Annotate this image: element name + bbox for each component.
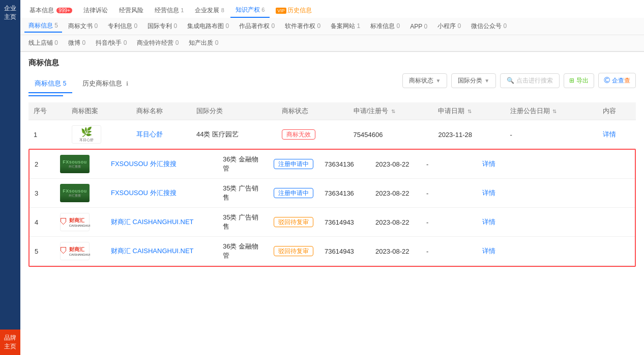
cell-appdate: 2023-11-28 bbox=[433, 120, 505, 149]
sub-tab-douyin[interactable]: 抖音/快手 0 bbox=[92, 37, 131, 49]
content-area: 商标信息 商标信息 5 历史商标信息 ℹ 商标状态 ▼ bbox=[20, 52, 644, 355]
cell-reg: 73614943 bbox=[319, 208, 370, 237]
sidebar-brand-label: 品牌 主页 bbox=[4, 334, 16, 350]
cell-no: 2 bbox=[30, 150, 55, 179]
status-filter-btn[interactable]: 商标状态 ▼ bbox=[402, 73, 447, 88]
export-btn[interactable]: ⊞ 导出 bbox=[564, 73, 594, 88]
search-placeholder: 点击进行搜索 bbox=[516, 76, 553, 85]
detail-link[interactable]: 详情 bbox=[482, 247, 495, 255]
sub-nav-row1: 商标信息 5 商标文书 0 专利信息 0 国际专利 0 集成电路布图 0 作品著… bbox=[20, 18, 644, 35]
status-badge: 驳回待复审 bbox=[274, 246, 313, 256]
trademark-table-selected: 2 FXsousou 外汇搜搜 FXSOUSOU 外汇搜搜 bbox=[30, 150, 635, 266]
sub-tab-copyright[interactable]: 作品著作权 0 bbox=[235, 20, 279, 32]
cell-class: 36类 金融物管 bbox=[218, 237, 269, 266]
trademark-image-csh: ⛉ 财商汇 CAISHANGHUI bbox=[60, 242, 90, 260]
cell-status: 驳回待复审 bbox=[269, 237, 319, 266]
sub-tab-swcopyright[interactable]: 软件著作权 0 bbox=[281, 20, 325, 32]
table-row: 3 FXsousou 外汇搜搜 FXSOUSOU 外汇搜搜 bbox=[30, 179, 635, 208]
search-btn[interactable]: 🔍 点击进行搜索 bbox=[500, 73, 560, 88]
cell-appdate: 2023-08-22 bbox=[370, 237, 421, 266]
detail-link[interactable]: 详情 bbox=[482, 189, 495, 197]
qcc-icon: © bbox=[604, 76, 610, 85]
cell-no: 5 bbox=[30, 237, 55, 266]
cell-status: 商标无效 bbox=[277, 120, 348, 149]
cell-name: FXSOUSOU 外汇搜搜 bbox=[106, 179, 218, 208]
nav-tab-legal[interactable]: 法律诉讼 bbox=[78, 4, 113, 17]
section-title: 商标信息 bbox=[28, 58, 636, 68]
col-header-appdate: 申请日期 ⇅ bbox=[433, 102, 505, 120]
cell-pubdate: - bbox=[421, 179, 477, 208]
cell-img: 🌿 耳目心舒 bbox=[67, 120, 131, 149]
sidebar-company[interactable]: 企业 主页 bbox=[0, 0, 20, 25]
sub-tab-ipout[interactable]: 知产出质 0 bbox=[185, 37, 222, 49]
sub-tab-ic[interactable]: 集成电路布图 0 bbox=[183, 20, 233, 32]
cell-class: 35类 广告销售 bbox=[218, 179, 269, 208]
sub-tab-miniapp[interactable]: 小程序 0 bbox=[433, 20, 465, 32]
trademark-name-link[interactable]: FXSOUSOU 外汇搜搜 bbox=[111, 160, 177, 168]
trademark-name-link[interactable]: 耳目心舒 bbox=[136, 130, 163, 138]
sub-tab-app[interactable]: APP 0 bbox=[406, 21, 431, 32]
trademark-name-link[interactable]: FXSOUSOU 外汇搜搜 bbox=[111, 189, 177, 197]
trademark-name-link[interactable]: 财商汇 CAISHANGHUI.NET bbox=[111, 218, 194, 226]
cell-reg: 73634136 bbox=[319, 150, 370, 179]
nav-tab-history[interactable]: VIP历史信息 bbox=[271, 4, 317, 17]
qcc-name-orange: 查 bbox=[624, 77, 630, 84]
cell-status: 注册申请中 bbox=[269, 150, 319, 179]
cell-reg: 75454606 bbox=[348, 120, 433, 149]
cell-no: 4 bbox=[30, 208, 55, 237]
qcc-label: 企查查 bbox=[612, 76, 630, 85]
detail-link[interactable]: 详情 bbox=[603, 130, 616, 138]
cell-img: ⛉ 财商汇 CAISHANGHUI bbox=[55, 208, 106, 237]
cell-img: FXsousou 外汇搜搜 bbox=[55, 150, 106, 179]
cell-img: ⛉ 财商汇 CAISHANGHUI bbox=[55, 237, 106, 266]
toolbar: 商标状态 ▼ 国际分类 ▼ 🔍 点击进行搜索 ⊞ 导出 bbox=[402, 73, 636, 88]
table-row: 4 ⛉ 财商汇 CAISHANGHUI bbox=[30, 208, 635, 237]
cell-appdate: 2023-08-22 bbox=[370, 179, 421, 208]
sub-tab-intlpatent[interactable]: 国际专利 0 bbox=[143, 20, 181, 32]
cell-name: 耳目心舒 bbox=[131, 120, 191, 149]
nav-tab-risk[interactable]: 经营风险 bbox=[114, 4, 149, 17]
cell-pubdate: - bbox=[421, 208, 477, 237]
nav-tab-basic[interactable]: 基本信息 999+ bbox=[24, 4, 77, 17]
inner-tab-current-label: 商标信息 bbox=[35, 79, 61, 87]
inner-tab-current[interactable]: 商标信息 5 bbox=[28, 75, 72, 93]
cell-pubdate: - bbox=[421, 237, 477, 266]
sub-tab-tm[interactable]: 商标信息 5 bbox=[24, 20, 62, 33]
cell-content: 详情 bbox=[477, 237, 635, 266]
trademark-name-link[interactable]: 财商汇 CAISHANGHUI.NET bbox=[111, 247, 194, 255]
sub-tab-patent[interactable]: 专利信息 0 bbox=[104, 20, 141, 32]
detail-link[interactable]: 详情 bbox=[482, 160, 495, 168]
col-header-class: 国际分类 bbox=[191, 102, 277, 120]
leaf-text: 耳目心舒 bbox=[79, 138, 94, 143]
detail-link[interactable]: 详情 bbox=[482, 218, 495, 226]
inner-tab-history[interactable]: 历史商标信息 ℹ bbox=[76, 75, 134, 93]
class-filter-arrow: ▼ bbox=[484, 78, 489, 84]
status-badge: 驳回待复审 bbox=[274, 217, 313, 227]
qcc-btn[interactable]: © 企查查 bbox=[598, 73, 636, 88]
cell-name: 财商汇 CAISHANGHUI.NET bbox=[106, 208, 218, 237]
sub-tab-weibo[interactable]: 微博 0 bbox=[64, 37, 90, 49]
csh-icon: ⛉ bbox=[60, 247, 68, 256]
class-filter-btn[interactable]: 国际分类 ▼ bbox=[451, 73, 496, 88]
export-label: 导出 bbox=[576, 76, 589, 85]
search-icon: 🔍 bbox=[507, 77, 514, 84]
main-area: 基本信息 999+ 法律诉讼 经营风险 经营信息 1 企业发展 8 知识产权 6… bbox=[20, 0, 644, 355]
cell-class: 36类 金融物管 bbox=[218, 150, 269, 179]
sub-tab-wechat[interactable]: 微信公众号 0 bbox=[467, 20, 511, 32]
cell-pubdate: - bbox=[421, 150, 477, 179]
csh-en-text: CAISHANGHUI bbox=[69, 253, 91, 256]
fx-logo-text: FXsousou bbox=[63, 159, 87, 165]
csh-cn-text: 财商汇 bbox=[69, 217, 91, 224]
sub-tab-tmstd[interactable]: 标准信息 0 bbox=[366, 20, 404, 32]
nav-tab-info[interactable]: 经营信息 1 bbox=[150, 4, 189, 17]
nav-tab-ip[interactable]: 知识产权 6 bbox=[230, 3, 270, 18]
nav-tab-dev[interactable]: 企业发展 8 bbox=[190, 4, 229, 17]
sub-tab-tmfile[interactable]: 商标文书 0 bbox=[64, 20, 102, 32]
trademark-image-fx: FXsousou 外汇搜搜 bbox=[60, 184, 90, 202]
fx-logo-text: FXsousou bbox=[63, 188, 87, 194]
sub-tab-franchise[interactable]: 商业特许经营 0 bbox=[133, 37, 183, 49]
sub-tab-website[interactable]: 备案网站 1 bbox=[327, 20, 364, 32]
sub-tab-store[interactable]: 线上店铺 0 bbox=[24, 37, 62, 49]
sidebar-brand[interactable]: 品牌 主页 bbox=[0, 330, 20, 355]
sidebar: 企业 主页 品牌 主页 bbox=[0, 0, 20, 355]
